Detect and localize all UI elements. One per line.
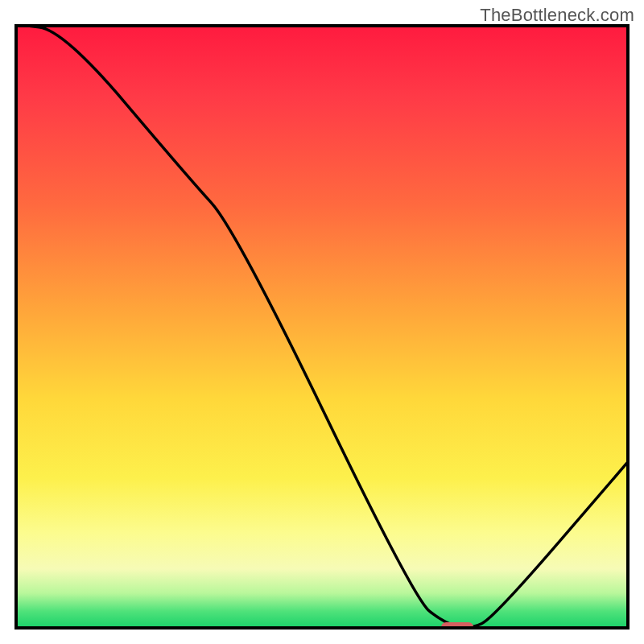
chart-container: TheBottleneck.com [0,0,644,644]
gradient-background [14,24,630,630]
plot-frame [14,24,630,630]
watermark-text: TheBottleneck.com [480,5,634,26]
